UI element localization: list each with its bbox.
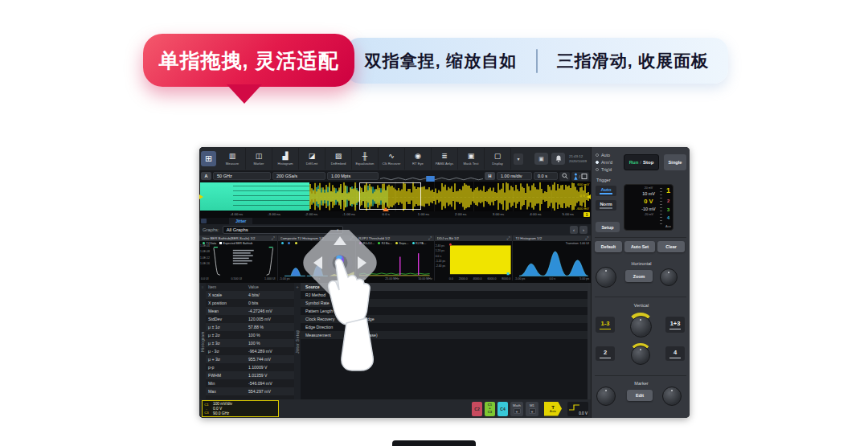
default-button[interactable]: Default [595, 241, 622, 252]
timebase-field[interactable]: 1.00 ns/div [497, 172, 532, 180]
toolbar-more-caret-icon[interactable]: ▾ [514, 153, 523, 165]
toolbar-app-measure[interactable]: ▥Measure [219, 148, 246, 170]
channel1-status-box[interactable]: C1-C3 100 mV/div 0.0 V 90.0 GHz [202, 400, 279, 417]
math-button[interactable]: Math + [510, 402, 523, 416]
vertical-offset-ring [628, 343, 653, 367]
toolbar-app-difflmt[interactable]: ◪Diff/Lmt [299, 148, 326, 170]
expand-icon[interactable]: ⤢ [350, 235, 353, 241]
expand-icon[interactable]: ⤢ [272, 235, 275, 241]
touch-mode-button[interactable]: / [571, 172, 589, 181]
toolbar-app-pam4[interactable]: ≣PAM4 Anlys [432, 148, 458, 170]
tick: 2.00 ns [455, 212, 466, 216]
main-waveform-area[interactable]: 600 mV 0 V -600 mV [199, 182, 591, 211]
toolbar-app-marker[interactable]: ◫Marker [246, 148, 272, 170]
timebase-preview[interactable] [380, 172, 483, 181]
graphs-prev-button[interactable]: ‹ [570, 226, 578, 234]
toolbar-app-histogram[interactable]: ▟Histogram [272, 148, 299, 170]
add-math-icon[interactable]: + [514, 408, 521, 414]
channel-1-3-select-button[interactable]: 1-3 [596, 317, 615, 333]
graph-panels: Jitter BER Bathtub(BER-Scale) 1/2⤢ TJ Da… [199, 235, 591, 280]
oscilloscope-screenshot: ⊞ ▥Measure ◫Marker ▟Histogram ◪Diff/Lmt … [199, 147, 690, 418]
search-button[interactable] [559, 172, 570, 181]
trigger-auto-button[interactable]: Auto [596, 186, 616, 196]
zoom-button[interactable]: Zoom [625, 270, 653, 282]
channel2-button[interactable]: C2 [472, 402, 482, 416]
acq-a-button[interactable]: A [201, 172, 211, 180]
toolbar-app-equalization[interactable]: ╫Equalization [352, 148, 379, 170]
tick: -1.00 ns [342, 212, 355, 216]
ch2-number[interactable]: 2 [667, 198, 669, 203]
histogram-side-tab[interactable]: ⁝⁝ Histogram [199, 283, 206, 399]
graphs-next-button[interactable]: › [579, 226, 588, 234]
auto-set-button[interactable]: Auto Set [624, 241, 655, 252]
measurement-table[interactable]: ItemValue X scale4 bits/ X position0 bit… [206, 283, 294, 399]
channel1-bandwidth: 90.0 GHz [213, 411, 276, 416]
toolbar-app-rt-eye[interactable]: ◉RT Eye [405, 148, 432, 170]
aux-label: Aux [665, 224, 671, 228]
source-row: RJ Method [301, 291, 588, 299]
horizontal-scale-knob[interactable] [660, 268, 678, 286]
vertical-offset-knob[interactable] [631, 346, 650, 365]
jitter-setup-side-tab[interactable]: ✛ Jitter Setup [294, 283, 301, 399]
toolbar-app-deembed[interactable]: ▨DeEmbed [326, 148, 352, 170]
channel4-button[interactable]: C4 [497, 402, 508, 416]
memory-depth-field[interactable]: 1.00 Mpts [327, 172, 379, 180]
ch3-number[interactable]: 3 [667, 207, 669, 212]
trigger-norm-button[interactable]: Norm [596, 200, 616, 211]
graphs-select[interactable]: All Graphs ▾ [223, 226, 343, 234]
jitter-setup-side-tab-label: Jitter Setup [296, 329, 300, 353]
toolbar-app-mask-test[interactable]: ▣Mask Test [458, 148, 485, 170]
graph-composite-tj-histogram[interactable]: Composite TJ Histogram 1/2⤢ -5.00 ps0.0 … [278, 235, 357, 280]
pill-pointer-triangle [227, 84, 262, 104]
marker-b-knob[interactable] [662, 387, 682, 406]
add-memory-icon[interactable]: + [529, 408, 536, 414]
source-panel[interactable]: Source RJ Method Symbol Rate Pattern Len… [301, 283, 588, 399]
memory1-button[interactable]: M1 + [526, 402, 538, 416]
toolbar-app-clk-recover[interactable]: ∿Clk Recover [379, 148, 405, 170]
marker-edit-button[interactable]: Edit [627, 390, 653, 401]
y-label-bottom: -600 mV [576, 207, 589, 211]
expand-icon[interactable]: ⤢ [428, 235, 432, 241]
horizontal-position-knob[interactable] [596, 267, 616, 288]
vertical-scale-knob[interactable] [630, 316, 652, 338]
expand-icon[interactable]: ⤢ [585, 235, 588, 241]
trigger-edge-box[interactable]: 0.0 V [567, 402, 588, 416]
graphs-label: Graphs: [203, 227, 219, 232]
graph-ddj-vs-bit[interactable]: DDJ vs Bit 1/2⤢ 2.40 ps1.20 ps0.0 s-1.20… [435, 235, 514, 280]
table-row: μ - 3σ-964.289 mV [206, 347, 294, 355]
notification-button[interactable] [551, 153, 565, 165]
tab-jitter[interactable]: Jitter [229, 218, 252, 224]
bandwidth-field[interactable]: 50 GHz [213, 172, 271, 180]
mask-test-icon: ▣ [468, 152, 475, 160]
sample-rate-field[interactable]: 200 GSa/s [272, 172, 326, 180]
cropped-bottom-element [392, 440, 476, 446]
channel-1plus3-select-button[interactable]: 1+3 [665, 317, 685, 333]
tick: -4.00 ns [230, 212, 243, 216]
run-stop-button[interactable]: Run/Stop [624, 154, 659, 170]
clear-button[interactable]: Clear [657, 241, 685, 252]
trigger-tag[interactable]: TAuto [544, 402, 562, 416]
zoom-window-outline[interactable] [359, 182, 421, 210]
graph-rj-pj-threshold[interactable]: RJ/PJ Threshold 1/2⤢ RJ+DJ… RJ Ba… Sepa…… [356, 235, 435, 280]
ch1-number[interactable]: 1 [666, 186, 670, 194]
expand-icon[interactable]: ⤢ [506, 235, 510, 241]
marker-a-knob[interactable] [596, 387, 616, 406]
snapshot-button[interactable]: ▣ [534, 153, 548, 165]
trigger-setup-button[interactable]: Setup [596, 222, 620, 232]
panel-collapse-icon[interactable] [201, 219, 207, 223]
delay-field[interactable]: 0.0 s [534, 172, 558, 180]
channel-4-select-button[interactable]: 4 [665, 346, 685, 361]
drag-grip-icon: ⁝⁝ [202, 285, 204, 289]
channel-ref-marker-left[interactable] [199, 194, 203, 199]
toolbar-app-display[interactable]: ▢Display [485, 148, 511, 170]
channel1plus3-button[interactable]: C1+C3 [485, 402, 495, 416]
graph-tj-histogram[interactable]: TJ Histogram 1/2⤢ Transition: 1.00 UI -5… [513, 235, 591, 280]
graph-bathtub[interactable]: Jitter BER Bathtub(BER-Scale) 1/2⤢ TJ Da… [199, 235, 278, 280]
ch4-number[interactable]: 4 [667, 215, 669, 220]
apps-grid-icon[interactable]: ⊞ [201, 151, 216, 166]
graph-title: Jitter BER Bathtub(BER-Scale) 1/2 [202, 236, 272, 240]
acq-h-button[interactable]: H [485, 172, 495, 180]
channel-2-select-button[interactable]: 2 [596, 346, 615, 361]
snapshot-icon: ▣ [538, 156, 544, 162]
single-button[interactable]: Single [664, 154, 686, 170]
